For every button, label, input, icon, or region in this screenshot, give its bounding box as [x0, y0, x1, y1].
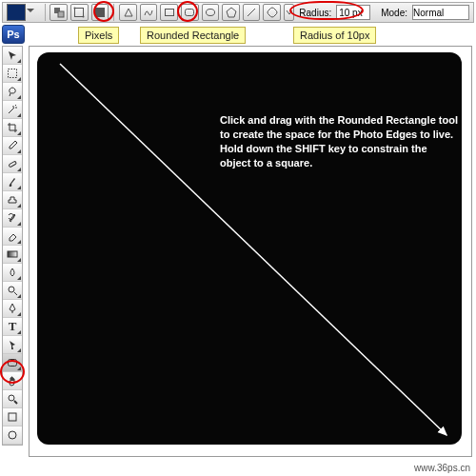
pen-pull-button[interactable]: [119, 4, 137, 21]
tool-gradient[interactable]: [3, 246, 22, 264]
mode-label: Mode:: [381, 8, 407, 18]
svg-point-8: [206, 10, 214, 16]
svg-rect-6: [165, 10, 173, 16]
tool-rect-marquee[interactable]: [3, 65, 22, 83]
extra-icon-2: [7, 429, 18, 441]
ps-app-badge: Ps: [2, 25, 25, 44]
polygon-icon: [226, 7, 237, 18]
custom-shape-button[interactable]: [263, 4, 281, 21]
shape-layers-icon: [53, 7, 65, 18]
svg-point-4: [83, 16, 85, 18]
instruction-text: Click and drag with the Rounded Rectangl…: [220, 113, 458, 169]
tool-crop[interactable]: [3, 119, 22, 137]
fill-pixels-icon: [94, 7, 106, 18]
svg-point-14: [9, 287, 14, 292]
type-icon: T: [9, 319, 17, 334]
zoom-icon: [7, 393, 18, 405]
tool-move[interactable]: [3, 47, 22, 65]
ellipse-icon: [205, 7, 216, 18]
paths-button[interactable]: [70, 4, 89, 21]
tool-zoom[interactable]: [3, 390, 22, 408]
rounded-rectangle-icon: [184, 7, 195, 18]
tool-type[interactable]: T: [3, 318, 22, 336]
divider: [113, 4, 114, 21]
svg-point-17: [9, 395, 14, 401]
svg-rect-13: [8, 251, 17, 257]
svg-rect-12: [9, 161, 16, 168]
svg-rect-19: [9, 413, 16, 421]
line-shape-button[interactable]: [243, 4, 261, 21]
tool-quick-select[interactable]: [3, 101, 22, 119]
ellipse-shape-button[interactable]: [202, 4, 220, 21]
tool-history-brush[interactable]: [3, 209, 22, 228]
svg-line-10: [248, 9, 255, 16]
chevron-down-icon: [286, 9, 293, 16]
svg-rect-16: [9, 360, 17, 367]
hand-icon: [7, 375, 18, 387]
tool-dodge[interactable]: [3, 282, 22, 300]
tool-rounded-rectangle[interactable]: [3, 354, 22, 372]
polygon-shape-button[interactable]: [222, 4, 240, 21]
tool-lasso[interactable]: [3, 83, 22, 101]
options-bar: Radius: Mode:: [2, 2, 474, 23]
svg-point-3: [74, 8, 76, 10]
radius-input[interactable]: [336, 5, 370, 20]
svg-rect-5: [95, 8, 105, 17]
svg-rect-7: [186, 10, 194, 16]
annotation-radius: Radius of 10px: [293, 27, 376, 44]
tools-palette: T: [2, 46, 23, 446]
tool-eraser[interactable]: [3, 228, 22, 246]
rounded-rectangle-shape-button[interactable]: [181, 4, 199, 21]
document-canvas[interactable]: Click and drag with the Rounded Rectangl…: [29, 46, 472, 457]
rectangle-shape-button[interactable]: [160, 4, 178, 21]
drag-indicator: [30, 47, 471, 456]
tool-clone-stamp[interactable]: [3, 191, 22, 209]
extra-icon: [7, 411, 18, 423]
tool-extra-2[interactable]: [3, 426, 22, 445]
freeform-pen-icon: [143, 7, 154, 18]
tool-eyedropper[interactable]: [3, 137, 22, 155]
annotation-pixels: Pixels: [78, 27, 119, 44]
svg-point-20: [9, 431, 16, 439]
annotation-rounded-rectangle: Rounded Rectangle: [140, 27, 246, 44]
line-icon: [246, 7, 257, 18]
foreground-color-swatch[interactable]: [7, 4, 26, 21]
tool-hand[interactable]: [3, 372, 22, 390]
svg-rect-11: [9, 69, 17, 78]
tool-blur[interactable]: [3, 264, 22, 282]
pen-icon: [123, 7, 134, 18]
tool-extra-1[interactable]: [3, 408, 22, 426]
svg-rect-2: [75, 9, 84, 17]
fill-pixels-button[interactable]: [91, 4, 109, 21]
divider: [45, 4, 46, 21]
rectangle-icon: [164, 7, 175, 18]
paths-icon: [73, 7, 85, 18]
freeform-pen-button[interactable]: [140, 4, 158, 21]
svg-line-18: [14, 401, 17, 404]
mode-select[interactable]: [412, 5, 469, 20]
radius-label: Radius:: [299, 8, 331, 18]
custom-shape-icon: [267, 7, 278, 18]
shape-layers-button[interactable]: [50, 4, 68, 21]
watermark-url: www.36ps.cn: [414, 463, 470, 473]
svg-rect-1: [58, 11, 64, 17]
svg-marker-9: [227, 8, 236, 17]
tool-spot-heal[interactable]: [3, 155, 22, 173]
tool-path-select[interactable]: [3, 336, 22, 354]
tool-brush[interactable]: [3, 173, 22, 191]
shape-options-dropdown[interactable]: [284, 4, 294, 21]
tool-pen[interactable]: [3, 300, 22, 318]
